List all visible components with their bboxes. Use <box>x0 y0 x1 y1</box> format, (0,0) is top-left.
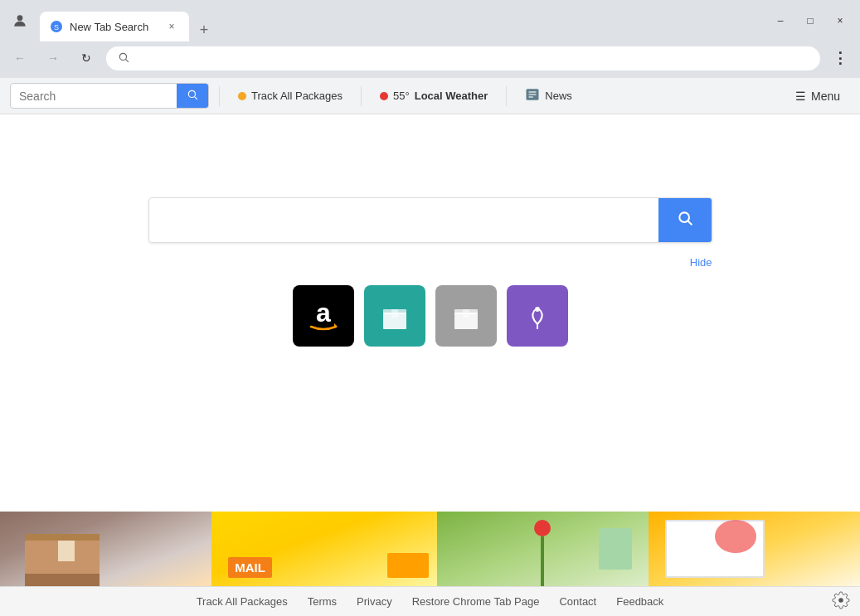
svg-point-21 <box>535 307 540 312</box>
footer-privacy[interactable]: Privacy <box>357 595 392 608</box>
card-tracking[interactable] <box>437 512 649 546</box>
svg-text:a: a <box>316 298 331 327</box>
footer-track-packages[interactable]: Track All Packages <box>197 595 288 608</box>
center-search-input[interactable] <box>149 201 658 240</box>
track-packages-dot <box>238 92 246 100</box>
menu-hamburger-icon: ☰ <box>795 90 806 103</box>
toolbar-menu[interactable]: ☰ Menu <box>785 86 850 106</box>
svg-point-11 <box>679 212 689 222</box>
tab-bar: S New Tab Search × + <box>40 0 757 41</box>
weather-dot <box>380 92 388 100</box>
svg-point-5 <box>188 90 195 97</box>
shortcut-box-teal[interactable] <box>364 285 425 347</box>
svg-line-12 <box>688 221 692 226</box>
svg-rect-17 <box>391 309 398 318</box>
close-button[interactable]: × <box>827 7 853 34</box>
svg-rect-20 <box>463 309 469 318</box>
minimize-button[interactable]: – <box>767 7 794 34</box>
back-button[interactable]: ← <box>7 45 33 71</box>
svg-point-0 <box>17 15 23 21</box>
cards-row: MAIL <box>0 512 860 546</box>
address-bar: ← → ↻ ⋮ <box>0 41 860 78</box>
toolbar-track-packages[interactable]: Track All Packages <box>230 86 351 105</box>
weather-label: Local Weather <box>415 90 488 102</box>
svg-text:S: S <box>54 23 59 32</box>
svg-line-4 <box>126 59 129 61</box>
toolbar-divider-2 <box>361 86 362 106</box>
footer-restore-chrome[interactable]: Restore Chrome Tab Page <box>412 595 540 608</box>
track-packages-label: Track All Packages <box>251 90 343 102</box>
center-search-box[interactable] <box>148 197 712 243</box>
toolbar: Track All Packages 55° Local Weather New… <box>0 78 860 114</box>
footer-contact[interactable]: Contact <box>559 595 596 608</box>
settings-gear-icon[interactable] <box>832 591 850 609</box>
new-tab-button[interactable]: + <box>192 18 216 41</box>
maximize-button[interactable]: □ <box>797 7 824 34</box>
url-search-icon <box>118 51 129 65</box>
news-icon <box>525 87 540 105</box>
tab-close-button[interactable]: × <box>164 19 179 34</box>
svg-point-3 <box>119 53 126 60</box>
footer-feedback[interactable]: Feedback <box>616 595 663 608</box>
forward-button[interactable]: → <box>40 45 66 71</box>
tab-favicon: S <box>50 20 63 33</box>
toolbar-search-input[interactable] <box>11 86 177 106</box>
footer-terms[interactable]: Terms <box>308 595 337 608</box>
toolbar-search-button[interactable] <box>177 84 208 108</box>
shortcut-box-gray[interactable] <box>435 285 497 347</box>
svg-line-6 <box>195 97 197 99</box>
tab-title: New Tab Search <box>70 21 158 33</box>
toolbar-divider-3 <box>506 86 507 106</box>
weather-temp: 55° <box>393 90 410 102</box>
news-label: News <box>545 90 572 102</box>
main-content: Hide a <box>0 114 860 546</box>
shortcut-box-purple[interactable] <box>507 285 568 347</box>
active-tab[interactable]: S New Tab Search × <box>40 12 189 41</box>
more-options-button[interactable]: ⋮ <box>827 45 853 71</box>
profile-button[interactable] <box>7 7 33 34</box>
card-mail[interactable]: MAIL <box>211 512 436 546</box>
url-bar[interactable] <box>106 46 820 70</box>
toolbar-news[interactable]: News <box>517 84 581 109</box>
hide-link[interactable]: Hide <box>690 256 712 269</box>
toolbar-search[interactable] <box>10 83 209 109</box>
toolbar-divider-1 <box>219 86 220 106</box>
shortcuts-row: a <box>293 285 568 347</box>
menu-label: Menu <box>811 90 840 103</box>
window-controls: – □ × <box>767 7 853 34</box>
toolbar-weather[interactable]: 55° Local Weather <box>372 86 496 105</box>
card-packages[interactable] <box>0 512 211 546</box>
card-envelope[interactable] <box>649 512 860 546</box>
center-search-button[interactable] <box>658 198 712 242</box>
shortcut-amazon[interactable]: a <box>293 285 354 347</box>
chrome-title-bar: S New Tab Search × + – □ × <box>0 0 860 41</box>
reload-button[interactable]: ↻ <box>73 45 100 71</box>
footer: Track All Packages Terms Privacy Restore… <box>0 586 860 616</box>
